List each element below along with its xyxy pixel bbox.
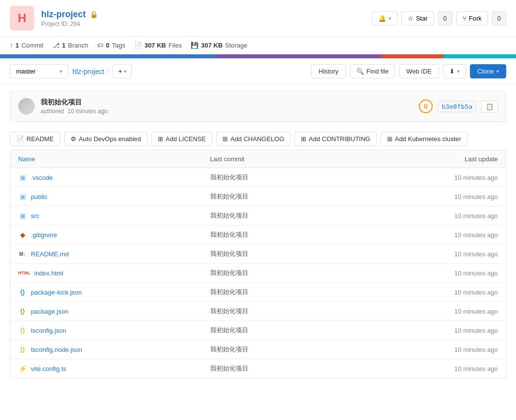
table-row: ▣ .vscode 我初始化项目 10 minutes ago — [10, 168, 506, 187]
stats-bar: ↑ 1 Commit ⎇ 1 Branch 🏷 0 Tags 📄 307 KB … — [0, 37, 516, 54]
notify-chevron: ▾ — [389, 16, 391, 21]
file-commit-msg: 我初始化项目 — [210, 326, 402, 335]
file-name[interactable]: HTML index.html — [18, 270, 210, 277]
add-license-label: Add LICENSE — [166, 135, 206, 143]
files-icon: 📄 — [134, 42, 142, 49]
branches-stat[interactable]: ⎇ 1 Branch — [52, 42, 88, 49]
tag-icon: 🏷 — [97, 42, 103, 49]
file-name[interactable]: ▣ .vscode — [18, 173, 210, 181]
commits-icon: ↑ — [10, 42, 13, 49]
devops-button[interactable]: ⚙ Auto DevOps enabled — [64, 132, 147, 146]
file-name-text: README.md — [31, 250, 69, 258]
file-commit-msg: 我初始化项目 — [210, 345, 402, 354]
clone-button[interactable]: Clone ▾ — [470, 64, 506, 78]
tags-stat[interactable]: 🏷 0 Tags — [97, 42, 125, 49]
star-label: Star — [416, 15, 428, 22]
project-name[interactable]: hlz-project — [41, 9, 86, 20]
file-commit-msg: 我初始化项目 — [210, 230, 402, 239]
path-nav: hlz-project / — [73, 68, 109, 75]
table-row: ◆ .gitignore 我初始化项目 10 minutes ago — [10, 225, 506, 245]
table-row: ▣ public 我初始化项目 10 minutes ago — [10, 187, 506, 206]
web-ide-button[interactable]: Web IDE — [399, 64, 439, 78]
file-commit-msg: 我初始化项目 — [210, 173, 402, 182]
add-chevron-icon: ▾ — [124, 69, 126, 74]
file-time: 10 minutes ago — [402, 289, 498, 296]
file-name-text: package.json — [31, 308, 69, 315]
file-type-icon: HTML — [18, 271, 30, 275]
file-name[interactable]: ⚡ vite.config.ts — [18, 365, 210, 372]
files-stat[interactable]: 📄 307 KB Files — [134, 42, 182, 49]
file-name[interactable]: {} tsconfig.json — [18, 327, 210, 334]
table-row: {} tsconfig.json 我初始化项目 10 minutes ago — [10, 321, 506, 340]
commit-time: 10 minutes ago — [68, 108, 108, 115]
file-name[interactable]: {} tsconfig.node.json — [18, 346, 210, 353]
file-commit-msg: 我初始化项目 — [210, 307, 402, 316]
clone-chevron-icon: ▾ — [496, 69, 499, 74]
add-contributing-button[interactable]: ⊞ Add CONTRIBUTING — [295, 132, 377, 146]
commit-author: authored — [41, 108, 64, 115]
file-time: 10 minutes ago — [402, 231, 498, 239]
commits-stat[interactable]: ↑ 1 Commit — [10, 42, 44, 49]
file-type-icon: ▣ — [18, 193, 27, 200]
branch-selector[interactable]: master ▾ — [10, 64, 69, 78]
fork-button[interactable]: ⑂ Fork — [456, 11, 488, 25]
project-info: hlz-project 🔒 Project ID: 294 — [41, 9, 372, 27]
star-count: 0 — [438, 11, 452, 25]
readme-button[interactable]: 📄 README — [10, 132, 60, 146]
file-time: 10 minutes ago — [402, 174, 498, 181]
find-file-button[interactable]: 🔍 Find file — [350, 64, 395, 78]
file-name[interactable]: ◆ .gitignore — [18, 231, 210, 239]
shortcut-bar: 📄 README ⚙ Auto DevOps enabled ⊞ Add LIC… — [0, 128, 516, 150]
commit-right: ⏸ b3e0fb5a 📋 — [419, 99, 498, 113]
file-name-text: public — [31, 193, 48, 200]
download-button[interactable]: ⬇ ▾ — [443, 64, 466, 78]
file-name-text: tsconfig.json — [31, 327, 66, 334]
path-project-link[interactable]: hlz-project — [73, 68, 104, 75]
commit-title: 我初始化项目 — [41, 98, 413, 107]
readme-label: README — [26, 135, 54, 143]
add-license-button[interactable]: ⊞ Add LICENSE — [151, 132, 212, 146]
project-avatar: H — [10, 6, 34, 30]
col-update-header: Last update — [402, 155, 498, 163]
storage-stat[interactable]: 💾 307 KB Storage — [191, 42, 247, 49]
file-name-text: package-lock.json — [31, 289, 82, 296]
table-row: {} package-lock.json 我初始化项目 10 minutes a… — [10, 283, 506, 302]
file-name-text: vite.config.ts — [31, 365, 66, 372]
add-changelog-button[interactable]: ⊞ Add CHANGELOG — [216, 132, 291, 146]
file-type-icon: {} — [18, 308, 27, 315]
copy-hash-button[interactable]: 📋 — [481, 100, 498, 113]
toolbar: master ▾ hlz-project / + ▾ History 🔍 Fin… — [0, 58, 516, 85]
file-name-text: src — [31, 212, 39, 220]
file-type-icon: M↓ — [18, 251, 27, 257]
add-file-button[interactable]: + ▾ — [113, 64, 132, 78]
lang-other — [382, 54, 443, 58]
avatar — [18, 98, 35, 115]
file-table-header: Name Last commit Last update — [10, 150, 506, 168]
file-type-icon: ▣ — [18, 173, 27, 181]
file-commit-msg: 我初始化项目 — [210, 249, 402, 258]
notify-button[interactable]: 🔔 ▾ — [372, 11, 397, 25]
file-name[interactable]: M↓ README.md — [18, 250, 210, 258]
commit-hash[interactable]: b3e0fb5a — [438, 101, 476, 112]
file-commit-msg: 我初始化项目 — [210, 288, 402, 296]
lang-vue — [217, 54, 382, 58]
table-row: HTML index.html 我初始化项目 10 minutes ago — [10, 264, 506, 283]
star-icon: ☆ — [408, 15, 414, 22]
file-name[interactable]: {} package-lock.json — [18, 289, 210, 296]
star-button[interactable]: ☆ Star — [401, 11, 434, 25]
chevron-down-icon: ▾ — [60, 69, 62, 74]
file-time: 10 minutes ago — [402, 193, 498, 200]
add-k8s-button[interactable]: ⊞ Add Kubernetes cluster — [381, 132, 467, 146]
lang-css — [444, 54, 516, 58]
file-name[interactable]: ▣ public — [18, 193, 210, 200]
history-button[interactable]: History — [311, 64, 345, 78]
add-contributing-label: Add CONTRIBUTING — [309, 135, 370, 143]
col-commit-header: Last commit — [210, 155, 402, 163]
path-separator: / — [107, 68, 109, 75]
file-name-text: tsconfig.node.json — [31, 346, 82, 353]
file-name[interactable]: ▣ src — [18, 212, 210, 220]
commit-meta: authored 10 minutes ago — [41, 108, 413, 115]
file-name[interactable]: {} package.json — [18, 308, 210, 315]
pipeline-status-icon: ⏸ — [419, 99, 433, 113]
download-chevron-icon: ▾ — [457, 69, 460, 74]
